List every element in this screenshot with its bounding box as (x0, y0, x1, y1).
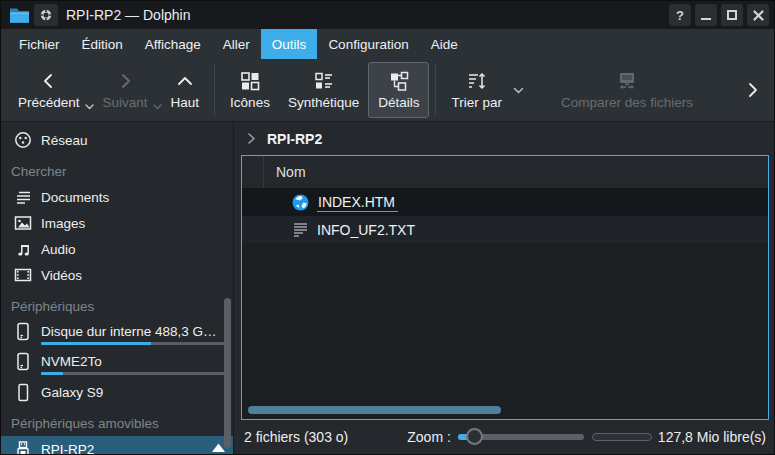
file-view-panel[interactable]: Nom (241, 155, 769, 420)
chevron-up-icon (175, 71, 195, 91)
document-lines-icon (14, 188, 32, 206)
column-header-row: Nom (242, 156, 768, 189)
minimize-button[interactable] (695, 4, 717, 26)
forward-button[interactable]: Suivant (94, 62, 162, 118)
free-space-label: 127,8 Mio libre(s) (658, 429, 766, 445)
sort-dropdown-caret-icon[interactable] (513, 87, 524, 94)
view-icons-button[interactable]: Icônes (221, 62, 279, 118)
section-peripheriques: Périphériques (1, 288, 233, 319)
file-row-info-uf2-txt[interactable]: INFO_UF2.TXT (242, 216, 768, 243)
toolbar-overflow-button[interactable] (740, 67, 766, 113)
breadcrumb-chevron-icon[interactable] (247, 132, 256, 145)
globe-icon (292, 194, 309, 211)
film-icon (14, 266, 32, 284)
sidebar-item-reseau[interactable]: Réseau (1, 127, 233, 153)
toolbar: Précédent Suivant Haut Icônes (1, 59, 774, 122)
menu-edition[interactable]: Édition (71, 29, 134, 59)
folder-icon (9, 7, 30, 24)
chevron-right-icon (115, 71, 135, 91)
view-details-icon (389, 71, 409, 91)
dolphin-window: RPI-RP2 — Dolphin ? Fichier Édition Affi… (0, 0, 775, 455)
window-title: RPI-RP2 — Dolphin (66, 7, 191, 23)
menu-configuration[interactable]: Configuration (317, 29, 419, 59)
column-header-nom[interactable]: Nom (264, 156, 306, 188)
music-note-icon (14, 240, 32, 258)
usb-drive-icon (14, 440, 32, 454)
help-button[interactable]: ? (669, 4, 691, 26)
chevron-left-icon (39, 71, 59, 91)
sidebar-item-rpi-rp2[interactable]: RPI-RP2 (1, 436, 233, 454)
menubar: Fichier Édition Affichage Aller Outils C… (1, 29, 774, 59)
file-row-index-htm[interactable]: INDEX.HTM (242, 189, 768, 216)
toolbar-separator (214, 64, 215, 116)
minimize-icon (701, 18, 711, 20)
network-icon (14, 131, 32, 149)
menu-fichier[interactable]: Fichier (8, 29, 71, 59)
chevron-right-icon (743, 80, 763, 100)
menu-aide[interactable]: Aide (420, 29, 469, 59)
breadcrumb-current[interactable]: RPI-RP2 (267, 131, 322, 147)
sidebar-item-nvme2to[interactable]: NVME2To (1, 349, 233, 379)
menu-outils[interactable]: Outils (261, 29, 318, 59)
view-icons-icon (240, 71, 260, 91)
horizontal-scrollbar-thumb[interactable] (248, 406, 501, 414)
sidebar-item-disque-dur-interne[interactable]: Disque dur interne 488,3 G… (1, 319, 233, 349)
text-file-icon (292, 221, 309, 238)
disk-capacity-bar (592, 433, 652, 441)
file-count-summary: 2 fichiers (303 o) (244, 429, 348, 445)
disk-usage-bar (41, 372, 225, 375)
zoom-slider-handle[interactable] (466, 428, 483, 445)
compare-files-icon (616, 71, 638, 91)
content-area: Réseau Chercher Documents (1, 122, 774, 454)
sidebar-item-galaxy-s9[interactable]: Galaxy S9 (1, 379, 233, 405)
sidebar-item-documents[interactable]: Documents (1, 184, 233, 210)
main-view: RPI-RP2 Nom (234, 122, 774, 454)
image-icon (14, 214, 32, 232)
phone-icon (14, 383, 32, 401)
gear-icon[interactable] (34, 4, 58, 26)
zoom-slider[interactable] (458, 434, 584, 440)
breadcrumb: RPI-RP2 (234, 122, 774, 155)
file-list[interactable]: INDEX.HTM (242, 189, 768, 419)
statusbar: 2 fichiers (303 o) Zoom : 127,8 Mio libr… (234, 420, 774, 454)
section-chercher: Chercher (1, 153, 233, 184)
menu-aller[interactable]: Aller (212, 29, 261, 59)
back-button[interactable]: Précédent (9, 62, 94, 118)
sidebar-scrollbar[interactable] (224, 298, 231, 448)
titlebar[interactable]: RPI-RP2 — Dolphin ? (1, 1, 774, 29)
expander-column (242, 156, 264, 188)
view-compact-icon (314, 71, 334, 91)
section-peripheriques-amovibles: Périphériques amovibles (1, 405, 233, 436)
maximize-button[interactable] (721, 4, 743, 26)
file-name[interactable]: INFO_UF2.TXT (317, 222, 415, 238)
file-name[interactable]: INDEX.HTM (317, 194, 398, 212)
dropdown-caret-icon (85, 104, 94, 110)
view-details-button[interactable]: Détails (368, 62, 429, 118)
hdd-icon (14, 322, 32, 340)
menu-affichage[interactable]: Affichage (134, 29, 212, 59)
sidebar-item-audio[interactable]: Audio (1, 236, 233, 262)
horizontal-scrollbar[interactable] (248, 406, 762, 414)
zoom-label: Zoom : (407, 429, 451, 445)
sort-icon (467, 71, 487, 91)
hdd-icon (14, 352, 32, 370)
maximize-icon (727, 10, 737, 20)
close-button[interactable] (747, 4, 769, 26)
sidebar-item-videos[interactable]: Vidéos (1, 262, 233, 288)
disk-usage-bar (41, 342, 225, 345)
zoom-control: Zoom : (407, 429, 584, 445)
dropdown-caret-icon (153, 104, 162, 110)
sidebar-item-images[interactable]: Images (1, 210, 233, 236)
sort-by-button[interactable]: Trier par (442, 62, 511, 118)
close-icon (753, 10, 764, 21)
places-panel: Réseau Chercher Documents (1, 122, 234, 454)
toolbar-separator (435, 64, 436, 116)
view-compact-button[interactable]: Synthétique (279, 62, 368, 118)
compare-files-button[interactable]: Comparer des fichiers (552, 62, 702, 118)
up-button[interactable]: Haut (162, 62, 209, 118)
